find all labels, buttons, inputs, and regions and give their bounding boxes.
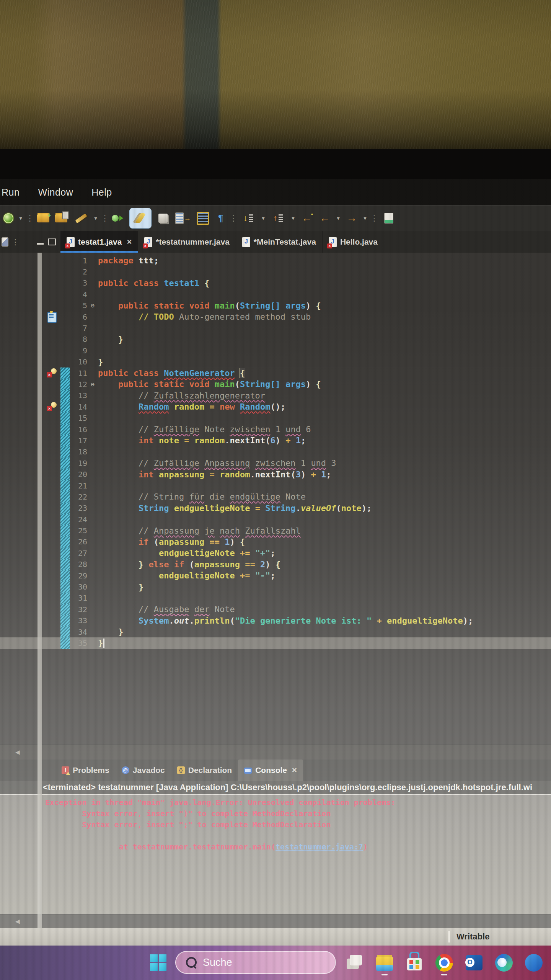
line-number[interactable]: 11: [70, 369, 87, 378]
line-number[interactable]: 6: [70, 312, 87, 322]
line-number[interactable]: 5: [70, 301, 87, 310]
gutter-icon-cell[interactable]: [44, 480, 60, 491]
gutter-icon-cell[interactable]: [44, 581, 60, 592]
gutter-icon-cell[interactable]: [44, 424, 60, 435]
gutter-icon-cell[interactable]: [44, 334, 60, 345]
gutter-icon-cell[interactable]: [44, 368, 60, 379]
debug-icon[interactable]: [111, 209, 126, 227]
taskbar-search[interactable]: Suche: [175, 951, 336, 974]
gutter-icon-cell[interactable]: [44, 525, 60, 536]
back-icon[interactable]: ←: [318, 209, 332, 227]
line-number[interactable]: 4: [70, 290, 87, 299]
scroll-left-icon[interactable]: ◀: [15, 918, 20, 925]
console-tab-javadoc[interactable]: @Javadoc: [116, 760, 171, 781]
line-number[interactable]: 1: [70, 256, 87, 265]
toolbar-overflow-icon[interactable]: ⋮: [11, 237, 19, 247]
line-number[interactable]: 25: [70, 526, 87, 535]
line-number[interactable]: 7: [70, 323, 87, 333]
new-folder-icon[interactable]: [36, 211, 51, 226]
console-tab-declaration[interactable]: {}Declaration: [171, 760, 238, 781]
coverage-icon[interactable]: [129, 208, 152, 229]
gutter-icon-cell[interactable]: [44, 547, 60, 559]
edge-icon[interactable]: [493, 951, 515, 975]
gutter-icon-cell[interactable]: [44, 412, 60, 423]
previous-annotation-icon[interactable]: ↑: [269, 209, 287, 227]
external-tools-dropdown[interactable]: ▾: [18, 209, 24, 227]
show-whitespace-icon[interactable]: ¶: [214, 209, 227, 227]
console-tab-problems[interactable]: !Problems: [55, 760, 116, 781]
gutter-icon-cell[interactable]: [44, 278, 60, 289]
line-number[interactable]: 23: [70, 503, 87, 513]
gutter-icon-cell[interactable]: [44, 570, 60, 581]
gutter-icon-cell[interactable]: [44, 626, 60, 637]
line-number[interactable]: 18: [70, 447, 87, 456]
line-number[interactable]: 35: [70, 639, 87, 648]
fold-marker-icon[interactable]: ⊖: [87, 381, 98, 388]
task-marker-icon[interactable]: [47, 312, 57, 323]
next-annotation-icon[interactable]: ↓: [240, 209, 257, 227]
scroll-left-icon[interactable]: ◀: [15, 749, 20, 756]
start-button[interactable]: [150, 954, 167, 971]
gutter-icon-cell[interactable]: [44, 559, 60, 570]
next-annotation-dropdown[interactable]: ▾: [260, 209, 266, 227]
run-as-icon[interactable]: [155, 209, 171, 227]
line-number[interactable]: 32: [70, 605, 87, 614]
previous-annotation-dropdown[interactable]: ▾: [290, 209, 296, 227]
gutter-icon-cell[interactable]: [44, 356, 60, 368]
forward-dropdown[interactable]: ▾: [362, 209, 368, 227]
line-number[interactable]: 15: [70, 413, 87, 423]
line-number[interactable]: 3: [70, 278, 87, 287]
file-explorer-icon[interactable]: [373, 951, 396, 975]
gutter-icon-cell[interactable]: [44, 637, 60, 648]
chrome-icon[interactable]: [433, 951, 455, 975]
gutter-icon-cell[interactable]: [44, 446, 60, 457]
microsoft-store-icon[interactable]: [403, 951, 425, 975]
fold-marker-icon[interactable]: ⊖: [87, 302, 98, 309]
code-editor[interactable]: 1package ttt;23public class testat1 {45⊖…: [0, 253, 551, 744]
save-all-icon[interactable]: [54, 211, 70, 226]
line-number[interactable]: 17: [70, 436, 87, 445]
line-number[interactable]: 21: [70, 481, 87, 490]
line-number[interactable]: 31: [70, 593, 87, 603]
gutter-icon-cell[interactable]: [44, 491, 60, 502]
task-view-icon[interactable]: [344, 951, 366, 975]
print-dropdown[interactable]: ▾: [93, 209, 99, 227]
gutter-icon-cell[interactable]: [44, 345, 60, 356]
external-tools-icon[interactable]: [2, 209, 15, 227]
gutter-icon-cell[interactable]: [44, 379, 60, 390]
gutter-icon-cell[interactable]: [44, 503, 60, 514]
gutter-icon-cell[interactable]: [44, 300, 60, 311]
last-edit-location-icon[interactable]: ←: [299, 209, 315, 227]
close-tab-icon[interactable]: ×: [127, 237, 132, 247]
tab-MeinTestatjava[interactable]: *MeinTestat.java: [236, 231, 323, 253]
line-number[interactable]: 27: [70, 549, 87, 558]
gutter-icon-cell[interactable]: [44, 322, 60, 333]
line-number[interactable]: 22: [70, 492, 87, 501]
line-number[interactable]: 16: [70, 425, 87, 434]
gutter-icon-cell[interactable]: [44, 311, 60, 322]
console-output[interactable]: Exception in thread "main" java.lang.Err…: [0, 795, 551, 914]
gutter-icon-cell[interactable]: [44, 514, 60, 525]
tab-testat1java[interactable]: ×testat1.java×: [60, 231, 138, 253]
gutter-icon-cell[interactable]: [44, 536, 60, 547]
line-number[interactable]: 29: [70, 571, 87, 580]
minimize-view-icon[interactable]: [37, 243, 44, 245]
gutter-icon-cell[interactable]: [44, 615, 60, 626]
gutter-icon-cell[interactable]: [44, 593, 60, 604]
new-class-icon[interactable]: [174, 209, 191, 227]
gutter-icon-cell[interactable]: [44, 401, 60, 412]
line-number[interactable]: 13: [70, 391, 87, 400]
open-type-icon[interactable]: [194, 209, 211, 227]
line-number[interactable]: 34: [70, 627, 87, 637]
line-number[interactable]: 14: [70, 402, 87, 412]
app-partial-icon[interactable]: [523, 951, 545, 975]
outlook-icon[interactable]: [463, 951, 485, 975]
line-number[interactable]: 33: [70, 616, 87, 625]
tab-Hellojava[interactable]: ×Hello.java: [323, 231, 384, 253]
editor-horizontal-scrollbar[interactable]: ◀: [0, 744, 551, 760]
gutter-icon-cell[interactable]: [44, 604, 60, 615]
menu-item-help[interactable]: Help: [91, 187, 112, 198]
menu-item-run[interactable]: Run: [2, 187, 20, 198]
gutter-icon-cell[interactable]: [44, 435, 60, 446]
menu-item-window[interactable]: Window: [38, 187, 73, 198]
